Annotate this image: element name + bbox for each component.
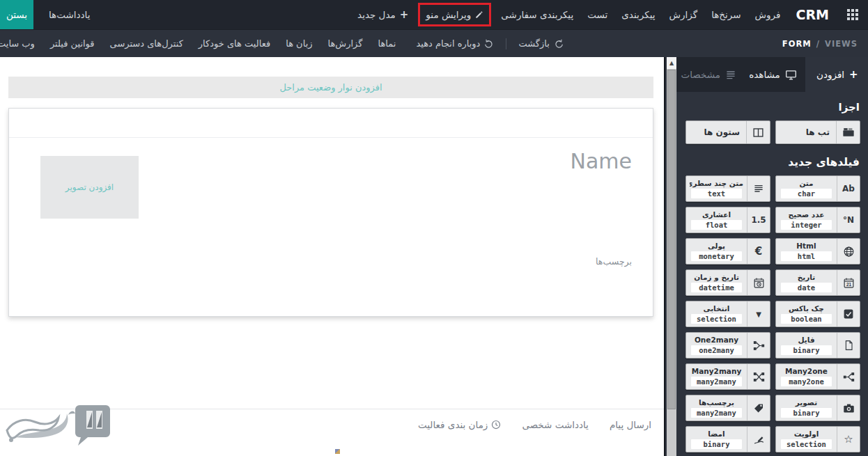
main-menu-bar: CRM فروش سرنخ‌ها گزارش پیکربندی تست پیکر… [0, 0, 868, 29]
tab-view[interactable]: مشاهده [741, 57, 805, 92]
field-button-many2one[interactable]: Many2one many2one [775, 363, 860, 390]
new-fields-title: فیلدهای جدید [686, 156, 860, 168]
undo-icon [554, 39, 564, 49]
scroll-up-button[interactable]: ▲ [667, 57, 676, 69]
apps-grid-icon[interactable] [837, 0, 868, 29]
lines-icon [747, 176, 770, 201]
breadcrumb-current: FORM [782, 39, 812, 49]
menu-sales[interactable]: فروش [748, 0, 788, 29]
submenu-reports[interactable]: گزارش‌ها [320, 30, 371, 57]
one2many-icon [747, 333, 770, 358]
menu-configuration[interactable]: پیکربندی [614, 0, 662, 29]
name-field[interactable]: Name [570, 149, 632, 173]
topbar-left-group: یادداشت‌ها بستن [0, 0, 105, 29]
chatter-toolbar: ارسال پیام یادداشت شخصی زمان بندی فعالیت [418, 419, 651, 430]
field-button-monetary[interactable]: € پولی monetary [685, 238, 770, 265]
submenu-views[interactable]: نماها [370, 30, 403, 57]
field-button-selection[interactable]: ▼ انتخابی selection [685, 301, 770, 327]
euro-icon: € [747, 239, 770, 264]
field-button-text[interactable]: متن چند سطری text [685, 175, 770, 202]
undo-button[interactable]: بازگشت [516, 38, 566, 49]
menu-custom-config[interactable]: پیکربندی سفارشی [494, 0, 580, 29]
calendar-clock-icon [747, 270, 770, 295]
components-grid: تب ها ستون ها [685, 120, 860, 144]
field-button-image[interactable]: تصویر binary [775, 395, 860, 421]
app-title[interactable]: CRM [788, 0, 837, 29]
studio-toolbar: FORM / VIEWS بازگشت دوباره انجام دهید نم… [0, 29, 868, 57]
schedule-activity-button[interactable]: زمان بندی فعالیت [418, 419, 501, 430]
field-button-many2many[interactable]: Many2many many2many [685, 363, 770, 390]
field-button-char[interactable]: Ab متن char [775, 175, 860, 202]
submenu-filter-rules[interactable]: قوانین فیلتر [42, 30, 102, 57]
studio-sidebar: ▲ + افزودن مشاهده [664, 57, 868, 456]
ab-icon: Ab [837, 176, 860, 201]
calendar-icon: 21 [837, 270, 860, 295]
new-model-label: مدل جدید [357, 9, 396, 20]
camera-icon [837, 395, 860, 420]
component-button-columns[interactable]: ستون ها [685, 120, 770, 144]
many2one-icon [837, 364, 860, 389]
menu-notes[interactable]: یادداشت‌ها [33, 0, 105, 29]
send-message-button[interactable]: ارسال پیام [610, 419, 651, 430]
log-note-button[interactable]: یادداشت شخصی [522, 419, 589, 430]
components-title: اجزا [686, 101, 860, 113]
field-button-priority[interactable]: ☆ اولویت selection [775, 426, 860, 453]
form-sheet: افزودن تصویر Name برچسب‌ها [8, 108, 653, 317]
list-icon [725, 69, 736, 80]
form-editor-canvas: افزودن نوار وضعیت مراحل افزودن تصویر Nam… [0, 57, 664, 456]
divider [506, 38, 506, 49]
field-button-html[interactable]: Html html [775, 238, 860, 265]
signature-icon [747, 427, 770, 452]
edit-menu-label: ویرایش منو [426, 9, 471, 20]
field-button-float[interactable]: 1.5 اعشاری float [685, 207, 770, 233]
redo-icon [484, 39, 494, 49]
tag-icon [747, 395, 770, 420]
redo-button[interactable]: دوباره انجام دهید [413, 38, 497, 49]
sheet-button-box [9, 109, 653, 138]
tab-add[interactable]: + افزودن [805, 57, 868, 92]
add-statusbar-button[interactable]: افزودن نوار وضعیت مراحل [8, 77, 653, 98]
decimal-icon: 1.5 [747, 207, 770, 233]
breadcrumb-views-link[interactable]: VIEWS [825, 39, 858, 49]
submenu-languages[interactable]: زبان ها [278, 30, 320, 57]
page-artifact [335, 449, 340, 454]
field-button-one2many[interactable]: One2many one2many [685, 332, 770, 359]
watermark-logo [1, 401, 120, 450]
field-button-datetime[interactable]: تاریخ و زمان datetime [685, 269, 770, 296]
submenu-website[interactable]: وب سایت [0, 30, 42, 57]
many2many-icon [747, 364, 770, 389]
field-button-tags[interactable]: برچسب‌ها many2many [685, 395, 770, 421]
menu-test[interactable]: تست [580, 0, 614, 29]
caret-down-icon: ▼ [747, 301, 770, 327]
menu-report[interactable]: گزارش [662, 0, 705, 29]
add-image-dropzone[interactable]: افزودن تصویر [40, 156, 139, 219]
edit-menu-button[interactable]: ویرایش منو [418, 3, 491, 26]
submenu-automations[interactable]: فعالیت های خودکار [191, 30, 278, 57]
number-icon: N° [837, 207, 860, 233]
globe-icon [837, 239, 860, 264]
fields-grid: Ab متن char متن چند سطری text [685, 175, 860, 453]
star-icon: ☆ [837, 427, 860, 452]
scrollbar-thumb[interactable] [667, 70, 676, 409]
monitor-icon [785, 69, 797, 81]
field-button-boolean[interactable]: چک باکس boolean [775, 301, 860, 327]
checkbox-icon [837, 301, 860, 327]
tab-properties[interactable]: مشخصات [676, 57, 741, 92]
pencil-icon [475, 10, 483, 19]
sidebar-scrollbar[interactable]: ▲ [667, 57, 676, 456]
breadcrumb: FORM / VIEWS [772, 39, 868, 49]
field-button-date[interactable]: 21 تاریخ date [775, 269, 860, 296]
component-button-tabs[interactable]: تب ها [775, 120, 860, 144]
close-studio-button[interactable]: بستن [0, 0, 33, 29]
field-button-integer[interactable]: N° عدد صحیح integer [775, 207, 860, 233]
field-button-file[interactable]: فایل binary [775, 332, 860, 359]
menu-leads[interactable]: سرنخ‌ها [704, 0, 747, 29]
plus-icon: + [400, 10, 409, 20]
field-button-signature[interactable]: امضا binary [685, 426, 770, 453]
tags-field[interactable]: برچسب‌ها [596, 256, 632, 267]
new-model-button[interactable]: + مدل جدید [350, 0, 415, 29]
sidebar-tabs: + افزودن مشاهده مشخصات [676, 57, 868, 92]
tabs-icon [836, 121, 860, 143]
submenu-access-control[interactable]: کنترل‌های دسترسی [102, 30, 191, 57]
svg-text:21: 21 [846, 281, 851, 286]
